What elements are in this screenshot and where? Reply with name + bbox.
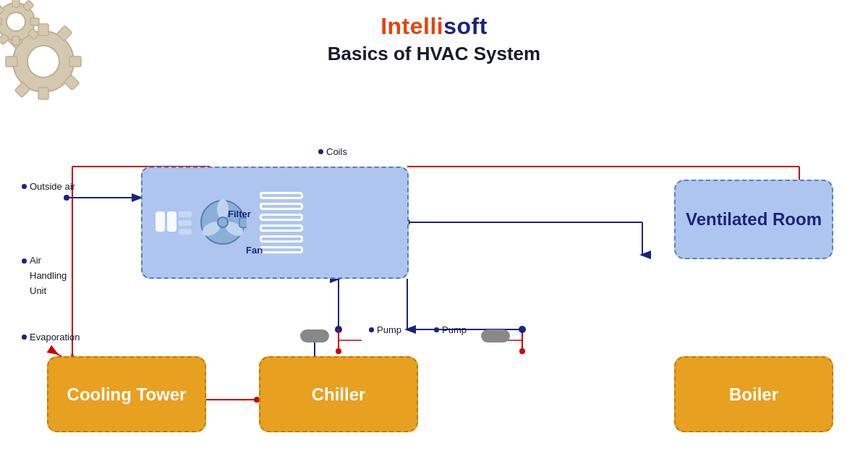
boiler-box: Boiler: [674, 356, 833, 432]
brand-intelli: Intelli: [380, 13, 443, 39]
svg-point-37: [519, 348, 525, 354]
cooling-tower-label: Cooling Tower: [67, 384, 187, 405]
louvers-icon: [156, 211, 192, 235]
svg-point-32: [336, 348, 341, 354]
svg-point-30: [335, 326, 342, 333]
brand-logo: Intellisoft: [0, 13, 868, 40]
ventilated-room-label: Ventilated Room: [686, 209, 822, 230]
ventilated-room-box: Ventilated Room: [674, 180, 833, 259]
svg-point-39: [519, 326, 526, 333]
pump2: [481, 329, 510, 342]
brand-soft: soft: [443, 13, 488, 39]
outside-air-label: Outside air: [22, 181, 75, 192]
ahu-label: Air Handling Unit: [22, 253, 67, 298]
coils-label: Coils: [318, 146, 347, 157]
svg-point-48: [217, 199, 229, 219]
coils-icon: [260, 192, 303, 253]
fan-label: Fan: [246, 245, 263, 256]
pump1: [300, 329, 329, 342]
hvac-diagram: Filter Fan Coils Outside air Air Handlin…: [0, 72, 868, 454]
filter-label: Filter: [228, 209, 251, 219]
chiller-box: Chiller: [259, 356, 418, 432]
svg-point-51: [218, 217, 228, 227]
fan-icon: [197, 201, 248, 245]
header: Intellisoft Basics of HVAC System: [0, 0, 868, 65]
page-title: Basics of HVAC System: [0, 43, 868, 65]
cooling-tower-box: Cooling Tower: [47, 356, 206, 432]
pump2-label: Pump: [434, 324, 467, 335]
chiller-label: Chiller: [312, 384, 366, 405]
evaporation-label: Evaporation: [22, 332, 80, 342]
ahu-box: [141, 167, 409, 279]
boiler-label: Boiler: [729, 384, 778, 405]
pump1-label: Pump: [369, 324, 401, 335]
svg-point-20: [64, 195, 69, 201]
